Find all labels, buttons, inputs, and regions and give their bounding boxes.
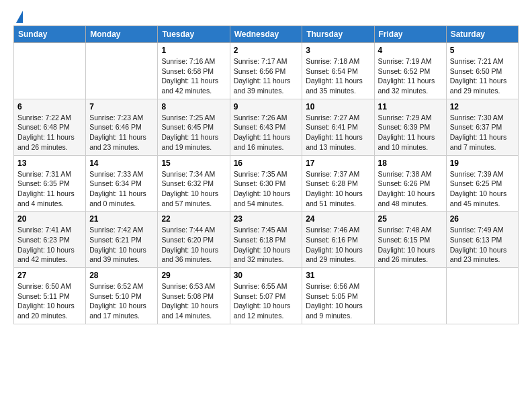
day-number: 30 (234, 271, 299, 280)
calendar-table: SundayMondayTuesdayWednesdayThursdayFrid… (13, 26, 519, 324)
header (13, 11, 519, 20)
week-row-5: 27Sunrise: 6:50 AM Sunset: 5:11 PM Dayli… (14, 268, 519, 324)
day-number: 5 (450, 46, 515, 55)
day-info: Sunrise: 6:50 AM Sunset: 5:11 PM Dayligh… (17, 281, 82, 321)
calendar-cell (446, 268, 518, 324)
calendar-cell: 23Sunrise: 7:45 AM Sunset: 6:18 PM Dayli… (230, 212, 302, 268)
calendar-cell: 15Sunrise: 7:34 AM Sunset: 6:32 PM Dayli… (158, 155, 230, 212)
calendar-cell: 3Sunrise: 7:18 AM Sunset: 6:54 PM Daylig… (302, 43, 374, 99)
day-info: Sunrise: 6:56 AM Sunset: 5:05 PM Dayligh… (306, 281, 370, 321)
day-number: 23 (234, 214, 299, 224)
week-row-3: 13Sunrise: 7:31 AM Sunset: 6:35 PM Dayli… (14, 155, 519, 212)
day-info: Sunrise: 7:18 AM Sunset: 6:54 PM Dayligh… (306, 56, 370, 96)
day-number: 12 (450, 102, 515, 111)
day-number: 4 (378, 46, 443, 55)
calendar-cell: 31Sunrise: 6:56 AM Sunset: 5:05 PM Dayli… (302, 268, 374, 324)
day-number: 21 (89, 214, 154, 224)
day-info: Sunrise: 7:16 AM Sunset: 6:58 PM Dayligh… (161, 56, 226, 96)
week-row-4: 20Sunrise: 7:41 AM Sunset: 6:23 PM Dayli… (14, 212, 519, 268)
day-info: Sunrise: 7:34 AM Sunset: 6:32 PM Dayligh… (161, 169, 226, 209)
header-day-friday: Friday (374, 26, 446, 43)
logo-triangle-icon (16, 11, 23, 23)
calendar-cell: 8Sunrise: 7:25 AM Sunset: 6:45 PM Daylig… (158, 99, 230, 155)
day-number: 31 (306, 271, 370, 280)
day-info: Sunrise: 7:35 AM Sunset: 6:30 PM Dayligh… (234, 169, 299, 209)
day-info: Sunrise: 7:21 AM Sunset: 6:50 PM Dayligh… (450, 56, 515, 96)
day-info: Sunrise: 7:41 AM Sunset: 6:23 PM Dayligh… (17, 225, 82, 265)
day-number: 11 (378, 102, 443, 111)
page: SundayMondayTuesdayWednesdayThursdayFrid… (0, 0, 532, 331)
calendar-cell: 24Sunrise: 7:46 AM Sunset: 6:16 PM Dayli… (302, 212, 374, 268)
calendar-cell: 29Sunrise: 6:53 AM Sunset: 5:08 PM Dayli… (158, 268, 230, 324)
calendar-cell: 5Sunrise: 7:21 AM Sunset: 6:50 PM Daylig… (446, 43, 518, 99)
calendar-cell: 9Sunrise: 7:26 AM Sunset: 6:43 PM Daylig… (230, 99, 302, 155)
calendar-cell: 18Sunrise: 7:38 AM Sunset: 6:26 PM Dayli… (374, 155, 446, 212)
day-number: 7 (89, 102, 154, 111)
day-number: 19 (450, 158, 515, 168)
day-number: 27 (17, 271, 82, 280)
day-number: 16 (234, 158, 299, 168)
day-info: Sunrise: 7:46 AM Sunset: 6:16 PM Dayligh… (306, 225, 370, 265)
calendar-cell: 30Sunrise: 6:55 AM Sunset: 5:07 PM Dayli… (230, 268, 302, 324)
calendar-cell: 12Sunrise: 7:30 AM Sunset: 6:37 PM Dayli… (446, 99, 518, 155)
calendar-cell: 26Sunrise: 7:49 AM Sunset: 6:13 PM Dayli… (446, 212, 518, 268)
day-number: 8 (161, 102, 226, 111)
week-row-1: 1Sunrise: 7:16 AM Sunset: 6:58 PM Daylig… (14, 43, 519, 99)
day-info: Sunrise: 7:45 AM Sunset: 6:18 PM Dayligh… (234, 225, 299, 265)
day-number: 26 (450, 214, 515, 224)
day-info: Sunrise: 7:27 AM Sunset: 6:41 PM Dayligh… (306, 113, 370, 152)
day-info: Sunrise: 7:22 AM Sunset: 6:48 PM Dayligh… (17, 113, 82, 152)
day-info: Sunrise: 6:55 AM Sunset: 5:07 PM Dayligh… (234, 281, 299, 321)
calendar-cell: 4Sunrise: 7:19 AM Sunset: 6:52 PM Daylig… (374, 43, 446, 99)
calendar-cell: 11Sunrise: 7:29 AM Sunset: 6:39 PM Dayli… (374, 99, 446, 155)
header-day-saturday: Saturday (446, 26, 518, 43)
header-day-sunday: Sunday (14, 26, 86, 43)
day-number: 10 (306, 102, 370, 111)
day-number: 13 (17, 158, 82, 168)
calendar-cell: 17Sunrise: 7:37 AM Sunset: 6:28 PM Dayli… (302, 155, 374, 212)
day-info: Sunrise: 7:30 AM Sunset: 6:37 PM Dayligh… (450, 113, 515, 152)
day-info: Sunrise: 7:19 AM Sunset: 6:52 PM Dayligh… (378, 56, 443, 96)
day-info: Sunrise: 7:48 AM Sunset: 6:15 PM Dayligh… (378, 225, 443, 265)
calendar-cell: 2Sunrise: 7:17 AM Sunset: 6:56 PM Daylig… (230, 43, 302, 99)
day-info: Sunrise: 6:52 AM Sunset: 5:10 PM Dayligh… (89, 281, 154, 321)
calendar-cell: 13Sunrise: 7:31 AM Sunset: 6:35 PM Dayli… (14, 155, 86, 212)
calendar-cell: 1Sunrise: 7:16 AM Sunset: 6:58 PM Daylig… (158, 43, 230, 99)
calendar-cell: 7Sunrise: 7:23 AM Sunset: 6:46 PM Daylig… (86, 99, 158, 155)
day-number: 24 (306, 214, 370, 224)
calendar-header: SundayMondayTuesdayWednesdayThursdayFrid… (14, 26, 519, 43)
day-number: 1 (161, 46, 226, 55)
day-info: Sunrise: 7:29 AM Sunset: 6:39 PM Dayligh… (378, 113, 443, 152)
day-number: 17 (306, 158, 370, 168)
calendar-cell (374, 268, 446, 324)
day-info: Sunrise: 7:39 AM Sunset: 6:25 PM Dayligh… (450, 169, 515, 209)
day-number: 29 (161, 271, 226, 280)
calendar-cell: 6Sunrise: 7:22 AM Sunset: 6:48 PM Daylig… (14, 99, 86, 155)
calendar-cell: 20Sunrise: 7:41 AM Sunset: 6:23 PM Dayli… (14, 212, 86, 268)
logo-area (13, 11, 23, 20)
calendar-cell: 14Sunrise: 7:33 AM Sunset: 6:34 PM Dayli… (86, 155, 158, 212)
day-number: 28 (89, 271, 154, 280)
day-number: 3 (306, 46, 370, 55)
day-info: Sunrise: 7:26 AM Sunset: 6:43 PM Dayligh… (234, 113, 299, 152)
day-info: Sunrise: 7:44 AM Sunset: 6:20 PM Dayligh… (161, 225, 226, 265)
calendar-cell: 22Sunrise: 7:44 AM Sunset: 6:20 PM Dayli… (158, 212, 230, 268)
calendar-cell (86, 43, 158, 99)
calendar-cell (14, 43, 86, 99)
day-info: Sunrise: 7:42 AM Sunset: 6:21 PM Dayligh… (89, 225, 154, 265)
calendar-cell: 28Sunrise: 6:52 AM Sunset: 5:10 PM Dayli… (86, 268, 158, 324)
day-info: Sunrise: 7:31 AM Sunset: 6:35 PM Dayligh… (17, 169, 82, 209)
calendar-cell: 21Sunrise: 7:42 AM Sunset: 6:21 PM Dayli… (86, 212, 158, 268)
logo (13, 11, 23, 23)
day-number: 18 (378, 158, 443, 168)
header-row: SundayMondayTuesdayWednesdayThursdayFrid… (14, 26, 519, 43)
day-info: Sunrise: 7:49 AM Sunset: 6:13 PM Dayligh… (450, 225, 515, 265)
week-row-2: 6Sunrise: 7:22 AM Sunset: 6:48 PM Daylig… (14, 99, 519, 155)
day-number: 2 (234, 46, 299, 55)
calendar-cell: 19Sunrise: 7:39 AM Sunset: 6:25 PM Dayli… (446, 155, 518, 212)
day-number: 25 (378, 214, 443, 224)
day-info: Sunrise: 7:25 AM Sunset: 6:45 PM Dayligh… (161, 113, 226, 152)
calendar-cell: 25Sunrise: 7:48 AM Sunset: 6:15 PM Dayli… (374, 212, 446, 268)
day-info: Sunrise: 7:17 AM Sunset: 6:56 PM Dayligh… (234, 56, 299, 96)
day-info: Sunrise: 7:37 AM Sunset: 6:28 PM Dayligh… (306, 169, 370, 209)
